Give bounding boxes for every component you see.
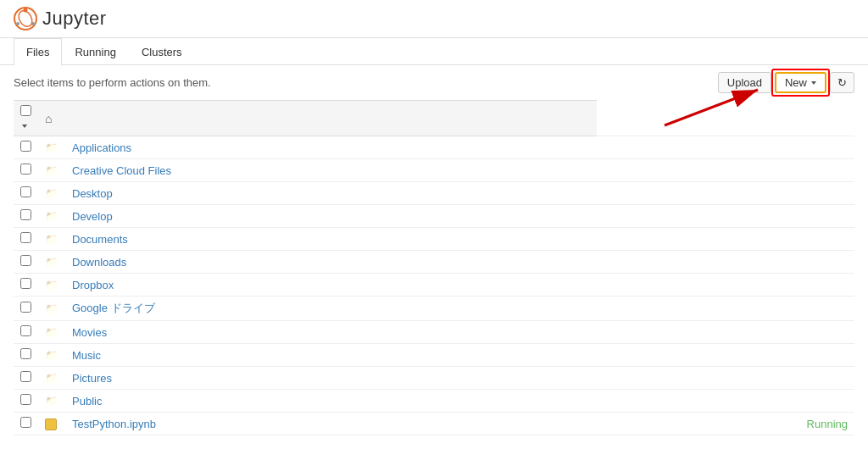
home-icon[interactable]: ⌂ (45, 112, 52, 125)
svg-point-4 (31, 22, 35, 25)
file-link[interactable]: Develop (72, 210, 113, 223)
table-row: 📁Downloads (14, 251, 854, 274)
tab-files[interactable]: Files (14, 38, 62, 65)
file-link[interactable]: Pictures (72, 372, 112, 385)
row-checkbox-cell (14, 228, 38, 251)
folder-icon: 📁 (45, 187, 58, 200)
row-name-cell: Public (65, 390, 597, 413)
logo: Jupyter (14, 7, 107, 30)
row-icon-cell: 📁 (38, 321, 65, 344)
row-checkbox[interactable] (20, 348, 31, 359)
row-icon-cell: 📁 (38, 205, 65, 228)
page-wrapper: Jupyter Files Running Clusters Select it… (0, 0, 868, 435)
file-link[interactable]: Public (72, 395, 102, 407)
row-checkbox[interactable] (20, 278, 31, 289)
row-status-cell (597, 136, 854, 159)
file-link[interactable]: Documents (72, 233, 128, 246)
file-link[interactable]: Downloads (72, 256, 126, 269)
row-checkbox-cell (14, 413, 38, 435)
refresh-button[interactable]: ↻ (830, 72, 854, 93)
row-name-cell: Documents (65, 228, 597, 251)
row-checkbox[interactable] (20, 417, 31, 428)
row-checkbox-cell (14, 344, 38, 367)
row-icon-cell: 📁 (38, 159, 65, 182)
new-button[interactable]: New (775, 72, 826, 93)
row-checkbox[interactable] (20, 302, 31, 313)
row-checkbox-cell (14, 205, 38, 228)
row-status-cell (597, 321, 854, 344)
table-row: 📁Music (14, 344, 854, 367)
folder-icon: 📁 (45, 372, 58, 385)
row-checkbox[interactable] (20, 325, 31, 336)
row-checkbox-cell (14, 390, 38, 413)
file-link[interactable]: Google ドライブ (72, 302, 155, 314)
folder-icon: 📁 (45, 279, 58, 291)
folder-icon: 📁 (45, 302, 58, 315)
file-link[interactable]: TestPython.ipynb (72, 418, 156, 430)
row-name-cell: Movies (65, 321, 597, 344)
row-status-cell (597, 228, 854, 251)
tab-clusters[interactable]: Clusters (129, 38, 195, 65)
row-name-cell: Google ドライブ (65, 297, 597, 321)
file-link[interactable]: Music (72, 349, 101, 362)
file-list-body: 📁Applications📁Creative Cloud Files📁Deskt… (14, 136, 854, 435)
table-row: TestPython.ipynbRunning (14, 413, 854, 435)
svg-point-3 (16, 22, 19, 25)
row-checkbox[interactable] (20, 255, 31, 266)
row-status-cell (597, 274, 854, 297)
header: Jupyter (0, 0, 868, 38)
select-all-checkbox[interactable] (20, 105, 31, 116)
row-checkbox-cell (14, 274, 38, 297)
logo-text: Jupyter (42, 8, 107, 30)
svg-point-2 (24, 8, 28, 13)
row-icon-cell: 📁 (38, 136, 65, 159)
row-checkbox[interactable] (20, 186, 31, 197)
upload-button[interactable]: Upload (718, 72, 771, 93)
toolbar: Select items to perform actions on them.… (0, 65, 868, 100)
file-link[interactable]: Desktop (72, 187, 113, 200)
row-checkbox[interactable] (20, 371, 31, 382)
file-link[interactable]: Applications (72, 141, 131, 154)
row-name-cell: Dropbox (65, 274, 597, 297)
row-checkbox[interactable] (20, 141, 31, 152)
table-header-row: ⌂ (14, 101, 854, 136)
row-name-cell: Creative Cloud Files (65, 159, 597, 182)
file-link[interactable]: Dropbox (72, 279, 114, 291)
file-table: ⌂ 📁Applications📁Creative Cloud Files📁Des… (14, 100, 854, 435)
row-status-cell (597, 251, 854, 274)
running-status-badge: Running (597, 413, 854, 435)
folder-icon: 📁 (45, 141, 58, 154)
row-checkbox[interactable] (20, 209, 31, 220)
row-checkbox[interactable] (20, 232, 31, 243)
row-status-cell (597, 205, 854, 228)
row-icon-cell: 📁 (38, 228, 65, 251)
folder-icon: 📁 (45, 326, 58, 339)
row-icon-cell: 📁 (38, 251, 65, 274)
tab-running[interactable]: Running (62, 38, 128, 65)
file-link[interactable]: Movies (72, 326, 107, 339)
new-dropdown-caret (811, 81, 816, 85)
row-checkbox[interactable] (20, 394, 31, 405)
row-icon-cell: 📁 (38, 274, 65, 297)
select-all-caret (22, 125, 27, 128)
row-checkbox-cell (14, 182, 38, 205)
folder-icon: 📁 (45, 349, 58, 362)
table-row: 📁Public (14, 390, 854, 413)
file-link[interactable]: Creative Cloud Files (72, 164, 171, 177)
new-button-wrapper: New (775, 72, 826, 93)
row-name-cell: TestPython.ipynb (65, 413, 597, 435)
notebook-icon (45, 419, 57, 430)
row-name-cell: Music (65, 344, 597, 367)
row-icon-cell (38, 413, 65, 435)
table-row: 📁Movies (14, 321, 854, 344)
header-checkbox-cell (14, 101, 38, 136)
table-row: 📁Develop (14, 205, 854, 228)
row-name-cell: Develop (65, 205, 597, 228)
row-name-cell: Applications (65, 136, 597, 159)
row-checkbox[interactable] (20, 164, 31, 175)
row-checkbox-cell (14, 297, 38, 321)
header-icon-cell: ⌂ (38, 101, 65, 136)
row-status-cell (597, 367, 854, 390)
row-status-cell (597, 297, 854, 321)
toolbar-instruction: Select items to perform actions on them. (14, 76, 211, 89)
